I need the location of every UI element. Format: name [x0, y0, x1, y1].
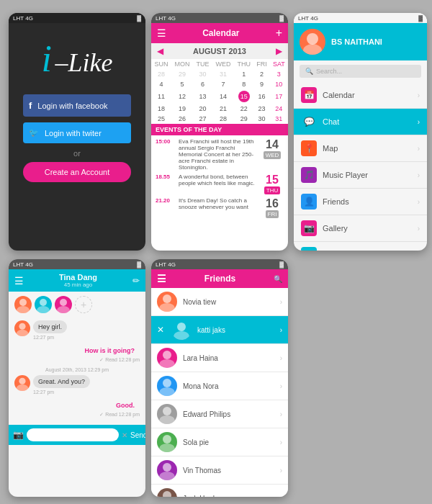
friend-item[interactable]: Jack Hugh ›	[151, 485, 288, 497]
menu-label-chat: Chat	[323, 117, 339, 126]
menu-item-chat[interactable]: 💬 Chat ›	[294, 109, 427, 135]
next-month-icon[interactable]: ▶	[276, 46, 282, 56]
camera-icon[interactable]: 📷	[13, 430, 24, 440]
cal-cell[interactable]: 21	[212, 104, 234, 114]
search-icon[interactable]: 🔍	[274, 275, 282, 283]
svg-point-14	[177, 323, 186, 331]
carrier-label-5: LHT 4G	[156, 261, 176, 268]
svg-point-18	[163, 379, 171, 387]
sender-avatar	[14, 320, 30, 336]
friend-item-active[interactable]: ✕ katti jaks ›	[151, 316, 288, 344]
edit-icon[interactable]: ✏	[132, 276, 140, 286]
svg-point-20	[163, 407, 171, 415]
cal-cell[interactable]: 8	[234, 79, 253, 89]
carrier-label-3: LHT 4G	[298, 15, 318, 22]
friend-item[interactable]: Vin Thomas ›	[151, 456, 288, 485]
cal-cell[interactable]: 5	[171, 79, 193, 89]
hamburger-icon[interactable]: ☰	[157, 273, 166, 284]
cal-cell[interactable]: 20	[193, 104, 212, 114]
chat-input[interactable]	[27, 428, 119, 441]
day-header-sun: SUN	[151, 59, 171, 69]
friend-name: Sola pie	[183, 438, 209, 446]
cal-cell[interactable]: 30	[193, 69, 212, 79]
facebook-login-button[interactable]: f Login with facebook	[23, 94, 131, 117]
cal-cell[interactable]: 17	[270, 89, 288, 104]
friend-item[interactable]: Sola pie ›	[151, 428, 288, 456]
cal-cell[interactable]: 12	[171, 89, 193, 104]
menu-item-map[interactable]: 📍 Map ›	[294, 135, 427, 162]
phone-calendar: LHT 4G ▓ ☰ Calendar + ◀ AUGUST 2013 ▶ SU…	[151, 13, 288, 251]
svg-point-21	[159, 415, 175, 424]
menu-item-music[interactable]: 🎵 Music Player ›	[294, 162, 427, 189]
cal-cell[interactable]: 13	[193, 89, 212, 104]
friend-name: Edward Philips	[183, 410, 230, 418]
event-time-2: 18.55	[156, 174, 176, 180]
message-read-receipt: ✓ Read 12:28 pm	[99, 357, 140, 363]
carrier-label-2: LHT 4G	[156, 15, 176, 22]
friend-avatar	[171, 320, 192, 340]
hamburger-icon[interactable]: ☰	[14, 275, 24, 287]
cal-cell[interactable]: 19	[171, 104, 193, 114]
cal-cell[interactable]: 6	[193, 79, 212, 89]
cal-cell[interactable]: 31	[270, 114, 288, 124]
prev-month-icon[interactable]: ◀	[157, 46, 163, 56]
menu-item-calendar[interactable]: 📅 Calendar ›	[294, 82, 427, 109]
cal-cell[interactable]: 16	[253, 89, 269, 104]
cal-cell[interactable]: 29	[234, 114, 253, 124]
menu-search[interactable]: 🔍 Search...	[300, 65, 421, 78]
cal-cell[interactable]: 30	[253, 114, 269, 124]
cal-cell[interactable]: 31	[212, 69, 234, 79]
phone-chat: LHT 4G ▓ ☰ Tina Dang 45 min ago ✏ +	[9, 259, 145, 497]
create-account-button[interactable]: Create an Account	[23, 162, 131, 182]
event-date-1: 14 WED	[261, 138, 284, 171]
status-bar-1: LHT 4G ▓	[9, 13, 145, 23]
cal-cell[interactable]: 2	[253, 69, 269, 79]
cal-cell[interactable]: 9	[253, 79, 269, 89]
map-icon: 📍	[301, 140, 317, 156]
friend-item[interactable]: Edward Philips ›	[151, 400, 288, 428]
cal-cell[interactable]: 22	[234, 104, 253, 114]
chevron-right-icon: ›	[280, 495, 282, 498]
event-time-1: 15:00	[156, 138, 176, 145]
cal-cell[interactable]: 3	[270, 69, 288, 79]
svg-point-13	[159, 303, 175, 312]
twitter-login-button[interactable]: 🐦 Login with twiter	[23, 122, 131, 143]
chat-header: ☰ Tina Dang 45 min ago ✏	[9, 269, 145, 292]
cal-cell[interactable]: 24	[270, 104, 288, 114]
add-event-icon[interactable]: +	[276, 27, 282, 40]
cal-cell[interactable]: 4	[151, 79, 171, 89]
message-time: 12:27 pm	[33, 335, 67, 340]
cal-cell[interactable]: 27	[193, 114, 212, 124]
friend-item[interactable]: Mona Nora ›	[151, 372, 288, 400]
cal-cell[interactable]: 25	[151, 114, 171, 124]
menu-item-gallery[interactable]: 📷 Gallery ›	[294, 215, 427, 242]
close-input-icon[interactable]: ✕	[122, 431, 127, 439]
cal-cell[interactable]: 10	[270, 79, 288, 89]
friend-item[interactable]: Lara Haina ›	[151, 344, 288, 372]
cal-cell[interactable]: 26	[171, 114, 193, 124]
cal-cell[interactable]: 15	[234, 89, 253, 104]
message-read-receipt: ✓ Read 12:28 pm	[99, 412, 140, 418]
cal-cell[interactable]: 29	[171, 69, 193, 79]
svg-point-11	[17, 384, 29, 391]
message-item: Great. And you? 12:27 pm	[14, 375, 140, 395]
cal-cell[interactable]: 28	[212, 114, 234, 124]
cal-cell[interactable]: 18	[151, 104, 171, 114]
twitter-icon: 🐦	[29, 128, 39, 138]
gallery-icon: 📷	[301, 220, 317, 236]
cal-cell[interactable]: 28	[151, 69, 171, 79]
friend-avatar	[157, 376, 177, 396]
friend-item[interactable]: Novia tiew ›	[151, 288, 288, 316]
cal-cell[interactable]: 11	[151, 89, 171, 104]
cal-cell[interactable]: 14	[212, 89, 234, 104]
cal-cell[interactable]: 1	[234, 69, 253, 79]
cal-cell[interactable]: 7	[212, 79, 234, 89]
add-participant-button[interactable]: +	[75, 296, 92, 313]
menu-item-weather[interactable]: ☁ Weather ›	[294, 242, 427, 251]
hamburger-icon[interactable]: ☰	[157, 27, 166, 39]
close-icon[interactable]: ✕	[157, 325, 164, 335]
cal-cell[interactable]: 23	[253, 104, 269, 114]
send-button[interactable]: Send	[130, 431, 145, 439]
menu-item-friends[interactable]: 👤 Friends ›	[294, 189, 427, 215]
chevron-right-icon: ›	[280, 326, 282, 334]
